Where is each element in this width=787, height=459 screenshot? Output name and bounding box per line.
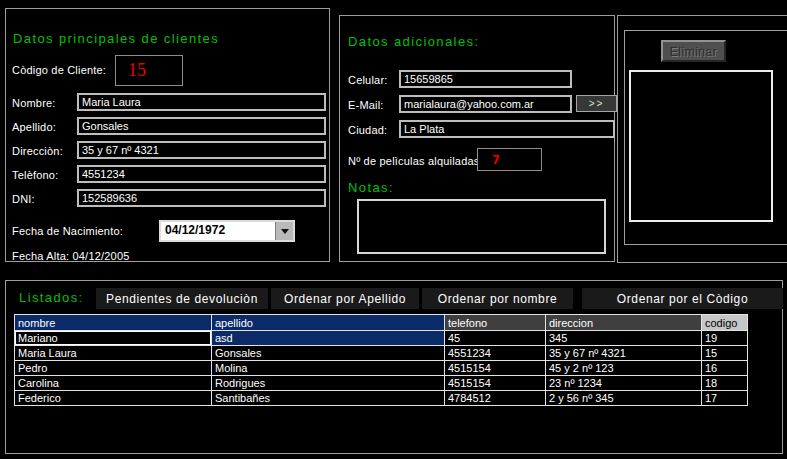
email-send-button[interactable]: >> [576, 95, 617, 112]
email-label: E-Mail: [348, 99, 384, 112]
panel-datos-principales: Datos principales de clientes Còdigo de … [5, 8, 330, 262]
apellido-label: Apellido: [12, 121, 56, 134]
grid-cell[interactable]: 4784512 [445, 391, 546, 406]
grid-header-row: nombre apellido telefono direccion codig… [15, 315, 748, 331]
pendientes-devolucion-button[interactable]: Pendientes de devoluciòn [96, 288, 268, 309]
grid-cell[interactable]: 16 [702, 361, 748, 376]
grid-cell[interactable]: 23 nº 1234 [546, 376, 702, 391]
clientes-data-grid: nombre apellido telefono direccion codig… [14, 314, 748, 406]
peliculas-alquiladas-label: Nº de pelìculas alquiladas: [348, 155, 483, 168]
grid-cell[interactable]: Maria Laura [15, 346, 212, 361]
grid-cell[interactable]: 45 y 2 nº 123 [546, 361, 702, 376]
grid-cell[interactable]: Carolina [15, 376, 212, 391]
dni-label: DNI: [12, 193, 35, 206]
ordenar-apellido-button[interactable]: Ordenar por Apellido [271, 288, 419, 309]
grid-cell[interactable]: 4551234 [445, 346, 546, 361]
email-input[interactable] [399, 95, 572, 113]
grid-cell[interactable]: 4515154 [445, 361, 546, 376]
fecha-alta-label: Fecha Alta: 04/12/2005 [12, 250, 130, 263]
eliminar-button[interactable]: Eliminar [661, 40, 726, 62]
grid-cell[interactable]: Federico [15, 391, 212, 406]
telefono-label: Telèfono: [12, 169, 58, 182]
ordenar-codigo-button[interactable]: Ordenar por el Còdigo [582, 288, 783, 309]
grid-cell[interactable]: Rodrigues [212, 376, 445, 391]
column-header-nombre[interactable]: nombre [15, 315, 212, 331]
apellido-input[interactable] [77, 117, 326, 135]
dni-input[interactable] [77, 189, 326, 207]
grid-cell[interactable]: 35 y 67 nº 4321 [546, 346, 702, 361]
direccion-input[interactable] [77, 141, 326, 159]
table-row[interactable]: Maria Laura Gonsales 4551234 35 y 67 nº … [15, 346, 748, 361]
table-row[interactable]: Pedro Molina 4515154 45 y 2 nº 123 16 [15, 361, 748, 376]
chevron-down-icon [281, 229, 289, 234]
nombre-input[interactable] [77, 93, 326, 111]
nombre-label: Nombre: [12, 97, 56, 110]
celular-label: Celular: [348, 74, 388, 87]
birthdate-dropdown-button[interactable] [275, 222, 293, 240]
column-header-direccion[interactable]: direccion [546, 315, 702, 331]
grid-cell[interactable]: Gonsales [212, 346, 445, 361]
codigo-cliente-value: 15 [116, 60, 146, 81]
grid-cell[interactable]: Molina [212, 361, 445, 376]
panel-datos-adicionales: Datos adicionales: Celular: E-Mail: >> C… [339, 15, 615, 262]
panel-title-listados: Listados: [19, 290, 84, 305]
ciudad-label: Ciudad: [348, 124, 387, 137]
telefono-input[interactable] [77, 165, 326, 183]
grid-cell[interactable]: 4515154 [445, 376, 546, 391]
grid-cell[interactable]: Santibañes [212, 391, 445, 406]
notas-textarea[interactable] [357, 199, 606, 254]
column-header-codigo[interactable]: codigo [702, 315, 748, 331]
grid-cell[interactable]: 19 [702, 331, 748, 346]
grid-cell[interactable]: 18 [702, 376, 748, 391]
grid-cell[interactable]: Mariano [15, 331, 212, 346]
panel-listados: Listados: Pendientes de devoluciòn Orden… [5, 280, 783, 454]
grid-cell[interactable]: 345 [546, 331, 702, 346]
celular-input[interactable] [399, 70, 572, 88]
ciudad-input[interactable] [399, 120, 615, 138]
panel-title-datos-principales: Datos principales de clientes [13, 31, 219, 46]
notas-label: Notas: [348, 180, 394, 195]
table-row[interactable]: Carolina Rodrigues 4515154 23 nº 1234 18 [15, 376, 748, 391]
table-row[interactable]: Federico Santibañes 4784512 2 y 56 nº 34… [15, 391, 748, 406]
column-header-apellido[interactable]: apellido [212, 315, 445, 331]
peliculas-alquiladas-box: 7 [477, 148, 542, 171]
app-window: Datos principales de clientes Còdigo de … [0, 0, 787, 459]
grid-cell[interactable]: 15 [702, 346, 748, 361]
grid-cell[interactable]: asd [212, 331, 445, 346]
ordenar-nombre-button[interactable]: Ordenar por nombre [422, 288, 573, 309]
photo-picture-box [629, 70, 773, 222]
grid-cell[interactable]: 2 y 56 nº 345 [546, 391, 702, 406]
fecha-nacimiento-label: Fecha de Nacimiento: [12, 225, 123, 238]
direccion-label: Direcciòn: [12, 145, 63, 158]
grid-cell[interactable]: 17 [702, 391, 748, 406]
column-header-telefono[interactable]: telefono [445, 315, 546, 331]
grid-cell[interactable]: Pedro [15, 361, 212, 376]
peliculas-alquiladas-value: 7 [478, 152, 500, 167]
birthdate-value: 04/12/1972 [161, 222, 275, 240]
codigo-cliente-label: Còdigo de Cliente: [12, 64, 106, 77]
codigo-cliente-box: 15 [115, 55, 183, 86]
birthdate-combobox[interactable]: 04/12/1972 [159, 220, 295, 242]
panel-title-datos-adicionales: Datos adicionales: [348, 34, 479, 49]
grid-cell[interactable]: 45 [445, 331, 546, 346]
table-row[interactable]: Mariano asd 45 345 19 [15, 331, 748, 346]
